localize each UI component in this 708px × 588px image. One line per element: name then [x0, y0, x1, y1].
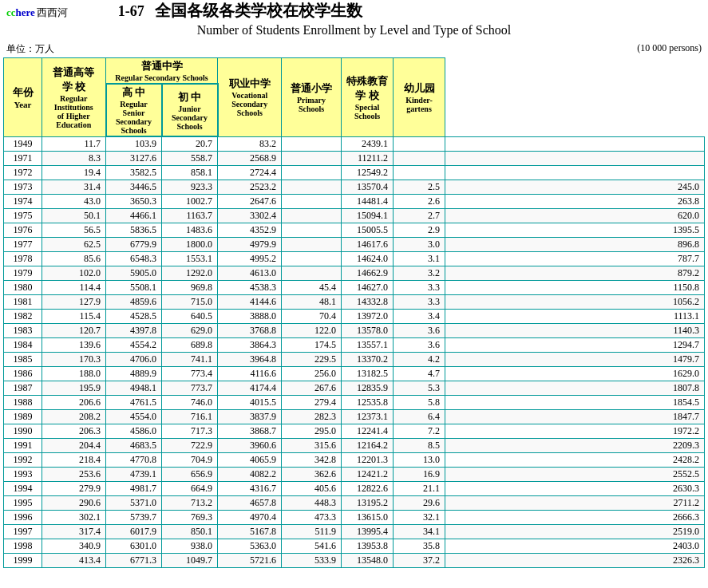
- data-cell: 11211.2: [342, 152, 394, 166]
- data-cell: 4352.9: [218, 223, 282, 238]
- data-cell: 3.6: [394, 324, 445, 338]
- year-cell: 1987: [4, 381, 42, 396]
- data-cell: 20.7: [162, 136, 218, 152]
- table-row: 1984139.64554.2689.83864.3174.513557.13.…: [4, 338, 705, 353]
- data-cell: 5167.8: [218, 525, 282, 539]
- data-cell: 704.9: [162, 453, 218, 468]
- table-row: 197656.55836.51483.64352.915005.52.91395…: [4, 223, 705, 238]
- year-cell: 1973: [4, 180, 42, 195]
- data-cell: 195.9: [42, 381, 106, 396]
- data-cell: 362.6: [282, 468, 342, 482]
- data-cell: 204.4: [42, 439, 106, 453]
- data-cell: 290.6: [42, 496, 106, 511]
- data-cell: 4116.6: [218, 367, 282, 381]
- data-cell: 769.3: [162, 511, 218, 525]
- data-cell: 3864.3: [218, 338, 282, 353]
- data-cell: 1113.1: [445, 310, 705, 324]
- data-cell: 263.8: [445, 195, 705, 209]
- data-cell: 4015.5: [218, 396, 282, 410]
- data-cell: 473.3: [282, 511, 342, 525]
- data-cell: 1002.7: [162, 195, 218, 209]
- year-cell: 1995: [4, 496, 42, 511]
- gaozhong-en: RegularSeniorSecondarySchools: [109, 100, 159, 135]
- data-cell: 2724.4: [218, 166, 282, 180]
- data-cell: 208.2: [42, 410, 106, 424]
- year-cell: 1994: [4, 482, 42, 496]
- data-cell: 279.9: [42, 482, 106, 496]
- year-en: Year: [6, 100, 39, 109]
- data-cell: 3.1: [394, 252, 445, 266]
- data-cell: 5.3: [394, 381, 445, 396]
- data-cell: 253.6: [42, 468, 106, 482]
- data-cell: 1807.8: [445, 381, 705, 396]
- data-cell: 4859.6: [106, 295, 162, 310]
- data-cell: 717.3: [162, 424, 218, 439]
- data-cell: 4761.5: [106, 396, 162, 410]
- year-cell: 1974: [4, 195, 42, 209]
- table-row: 197219.43582.5858.12724.412549.2: [4, 166, 705, 180]
- data-cell: 2428.2: [445, 453, 705, 468]
- data-cell: 315.6: [282, 439, 342, 453]
- year-cell: 1989: [4, 410, 42, 424]
- table-row: 1985170.34706.0741.13964.8229.513370.24.…: [4, 353, 705, 367]
- data-cell: 2647.6: [218, 195, 282, 209]
- data-cell: 4144.6: [218, 295, 282, 310]
- data-cell: 13548.0: [342, 554, 394, 568]
- data-cell: 282.3: [282, 410, 342, 424]
- data-cell: 2519.0: [445, 525, 705, 539]
- data-cell: 2403.0: [445, 539, 705, 554]
- data-cell: 4706.0: [106, 353, 162, 367]
- data-cell: 340.9: [42, 539, 106, 554]
- year-cell: 1999: [4, 554, 42, 568]
- table-id: 1-67: [118, 3, 144, 19]
- data-cell: [445, 152, 705, 166]
- data-cell: 102.0: [42, 266, 106, 281]
- data-cell: 4770.8: [106, 453, 162, 468]
- data-cell: 1150.8: [445, 281, 705, 295]
- data-cell: 115.4: [42, 310, 106, 324]
- year-cell: 1985: [4, 353, 42, 367]
- data-cell: 1049.7: [162, 554, 218, 568]
- data-cell: 2.7: [394, 209, 445, 223]
- table-row: 1987195.94948.1773.74174.4267.612835.95.…: [4, 381, 705, 396]
- table-row: 1995290.65371.0713.24657.8448.313195.229…: [4, 496, 705, 511]
- data-cell: 15005.5: [342, 223, 394, 238]
- data-cell: 1483.6: [162, 223, 218, 238]
- data-cell: 4586.0: [106, 424, 162, 439]
- data-cell: 218.4: [42, 453, 106, 468]
- xiaoxue-cn: 普通小学: [284, 81, 338, 96]
- data-cell: 405.6: [282, 482, 342, 496]
- data-cell: 4.7: [394, 367, 445, 381]
- year-cell: 1996: [4, 511, 42, 525]
- gaodeng-header: 普通高等学 校 RegularInstitutionsof HigherEduc…: [42, 58, 106, 137]
- data-cell: 13570.4: [342, 180, 394, 195]
- data-cell: 1800.0: [162, 238, 218, 252]
- data-cell: [445, 136, 705, 152]
- data-cell: 4613.0: [218, 266, 282, 281]
- data-cell: 1972.2: [445, 424, 705, 439]
- data-cell: 5739.7: [106, 511, 162, 525]
- year-cell: 1971: [4, 152, 42, 166]
- table-row: 197885.66548.31553.14995.214624.03.1787.…: [4, 252, 705, 266]
- data-cell: 229.5: [282, 353, 342, 367]
- data-cell: 1163.7: [162, 209, 218, 223]
- data-cell: 6548.3: [106, 252, 162, 266]
- data-cell: 1056.2: [445, 295, 705, 310]
- year-cell: 1976: [4, 223, 42, 238]
- table-row: 194911.7103.920.783.22439.1: [4, 136, 705, 152]
- data-cell: 2.5: [394, 180, 445, 195]
- data-cell: 32.1: [394, 511, 445, 525]
- data-cell: 45.4: [282, 281, 342, 295]
- data-cell: 43.0: [42, 195, 106, 209]
- data-cell: 13557.1: [342, 338, 394, 353]
- year-cell: 1949: [4, 136, 42, 152]
- data-cell: 3446.5: [106, 180, 162, 195]
- unit-en: (10 000 persons): [637, 42, 702, 56]
- data-cell: 3837.9: [218, 410, 282, 424]
- data-cell: 4538.3: [218, 281, 282, 295]
- data-cell: 879.2: [445, 266, 705, 281]
- data-cell: 15094.1: [342, 209, 394, 223]
- year-cell: 1979: [4, 266, 42, 281]
- data-cell: 640.5: [162, 310, 218, 324]
- data-cell: [282, 238, 342, 252]
